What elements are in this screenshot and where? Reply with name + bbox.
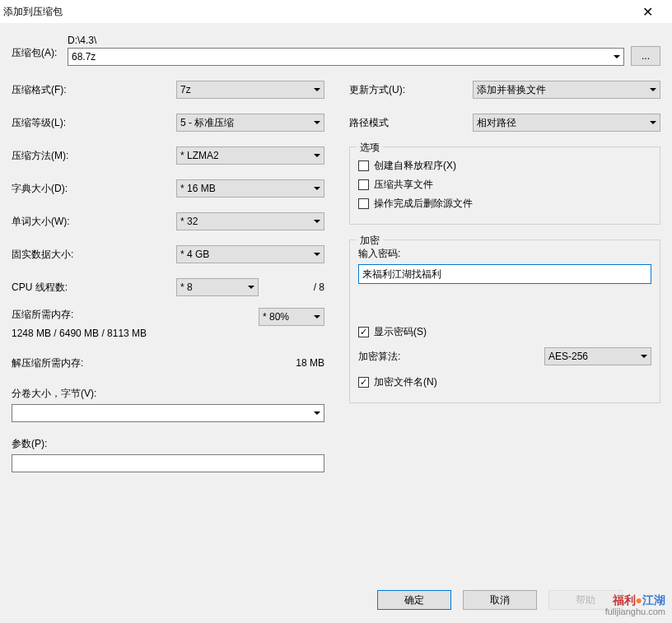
algo-label: 加密算法: — [358, 350, 536, 364]
word-label: 单词大小(W): — [12, 215, 176, 229]
solid-dropdown[interactable]: * 4 GB — [176, 245, 324, 263]
options-legend: 选项 — [357, 141, 383, 155]
mem-percent-value: * 80% — [263, 311, 289, 323]
delete-checkbox-row[interactable]: 操作完成后删除源文件 — [358, 197, 651, 211]
archive-filename-combo[interactable]: 68.7z — [68, 48, 624, 66]
solid-label: 固实数据大小: — [12, 248, 176, 262]
title-bar: 添加到压缩包 ✕ — [0, 0, 672, 23]
options-fieldset: 选项 创建自释放程序(X) 压缩共享文件 操作完成后删除源文件 — [349, 146, 660, 225]
word-dropdown[interactable]: * 32 — [176, 212, 324, 230]
method-label: 压缩方法(M): — [12, 149, 176, 163]
help-button[interactable]: 帮助 — [548, 590, 623, 610]
browse-button[interactable]: ... — [631, 46, 660, 66]
shared-label: 压缩共享文件 — [374, 178, 433, 192]
password-value: 来福利江湖找福利 — [362, 267, 441, 281]
mem-compress-label: 压缩所需内存: — [12, 308, 73, 326]
delete-label: 操作完成后删除源文件 — [374, 197, 473, 211]
split-label: 分卷大小，字节(V): — [12, 387, 324, 401]
chevron-down-icon — [314, 220, 320, 223]
split-combo[interactable] — [12, 404, 324, 422]
delete-checkbox[interactable] — [358, 198, 369, 209]
pathmode-dropdown[interactable]: 相对路径 — [473, 114, 660, 132]
method-dropdown[interactable]: * LZMA2 — [176, 146, 324, 165]
update-value: 添加并替换文件 — [477, 83, 546, 97]
word-value: * 32 — [180, 216, 198, 227]
shared-checkbox[interactable] — [358, 179, 369, 190]
sfx-checkbox[interactable] — [358, 160, 369, 171]
archive-row: 压缩包(A): D:\4.3\ 68.7z ... — [12, 35, 660, 66]
threads-total: / 8 — [267, 281, 324, 293]
browse-label: ... — [642, 50, 650, 62]
chevron-down-icon — [641, 355, 647, 358]
threads-label: CPU 线程数: — [12, 281, 176, 295]
chevron-down-icon — [248, 286, 254, 289]
chevron-down-icon — [614, 55, 620, 58]
pathmode-label: 路径模式 — [349, 116, 473, 130]
archive-path: D:\4.3\ — [68, 35, 624, 46]
dict-value: * 16 MB — [180, 183, 216, 194]
close-icon[interactable]: ✕ — [631, 4, 664, 20]
window-title: 添加到压缩包 — [3, 5, 63, 19]
chevron-down-icon — [314, 154, 320, 157]
sfx-checkbox-row[interactable]: 创建自释放程序(X) — [358, 159, 651, 173]
chevron-down-icon — [314, 88, 320, 91]
mem-decompress-label: 解压缩所需内存: — [12, 356, 176, 370]
algo-value: AES-256 — [548, 351, 588, 362]
params-label: 参数(P): — [12, 437, 324, 451]
params-input[interactable] — [12, 454, 324, 472]
threads-dropdown[interactable]: * 8 — [176, 278, 259, 296]
password-input[interactable]: 来福利江湖找福利 — [358, 264, 651, 284]
encrypt-names-label: 加密文件名(N) — [374, 375, 437, 389]
threads-value: * 8 — [180, 281, 193, 293]
mem-decompress-value: 18 MB — [296, 357, 324, 369]
level-label: 压缩等级(L): — [12, 116, 176, 130]
chevron-down-icon — [314, 121, 320, 124]
format-value: 7z — [180, 84, 191, 95]
mem-compress-values: 1248 MB / 6490 MB / 8113 MB — [12, 328, 324, 339]
dict-dropdown[interactable]: * 16 MB — [176, 179, 324, 198]
pathmode-value: 相对路径 — [477, 116, 516, 130]
solid-value: * 4 GB — [180, 249, 209, 260]
chevron-down-icon — [650, 88, 656, 91]
archive-filename-value: 68.7z — [72, 51, 96, 63]
level-dropdown[interactable]: 5 - 标准压缩 — [176, 114, 324, 132]
format-dropdown[interactable]: 7z — [176, 81, 324, 99]
chevron-down-icon — [314, 315, 320, 318]
algo-dropdown[interactable]: AES-256 — [544, 347, 651, 365]
update-label: 更新方式(U): — [349, 83, 473, 97]
encrypt-names-checkbox[interactable] — [358, 377, 369, 388]
encrypt-names-row[interactable]: 加密文件名(N) — [358, 375, 651, 389]
shared-checkbox-row[interactable]: 压缩共享文件 — [358, 178, 651, 192]
update-dropdown[interactable]: 添加并替换文件 — [473, 81, 660, 99]
chevron-down-icon — [314, 411, 320, 415]
password-label: 输入密码: — [358, 247, 651, 261]
cancel-button[interactable]: 取消 — [463, 590, 537, 610]
chevron-down-icon — [650, 121, 656, 124]
show-password-checkbox[interactable] — [358, 327, 369, 337]
chevron-down-icon — [314, 253, 320, 256]
format-label: 压缩格式(F): — [12, 83, 176, 97]
dialog-buttons: 确定 取消 帮助 — [0, 590, 672, 610]
chevron-down-icon — [314, 187, 320, 190]
show-password-label: 显示密码(S) — [374, 325, 427, 339]
mem-percent-dropdown[interactable]: * 80% — [259, 308, 324, 326]
ok-button[interactable]: 确定 — [377, 590, 451, 610]
encryption-fieldset: 加密 输入密码: 来福利江湖找福利 显示密码(S) 加密算法: AES-256 — [349, 239, 660, 403]
encryption-legend: 加密 — [357, 234, 383, 248]
level-value: 5 - 标准压缩 — [180, 116, 234, 130]
dict-label: 字典大小(D): — [12, 182, 176, 196]
show-password-row[interactable]: 显示密码(S) — [358, 325, 651, 339]
method-value: * LZMA2 — [180, 150, 219, 161]
sfx-label: 创建自释放程序(X) — [374, 159, 456, 173]
archive-label: 压缩包(A): — [12, 35, 61, 60]
